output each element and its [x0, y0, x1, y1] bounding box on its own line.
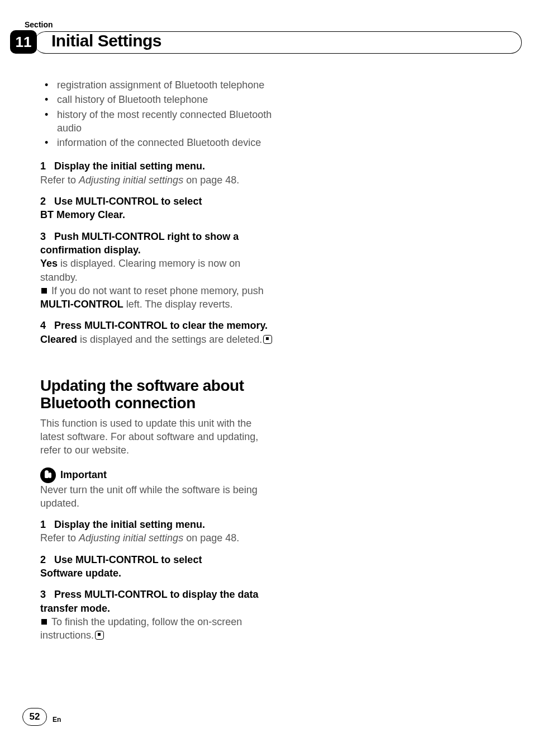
step-number: 1 — [40, 519, 46, 530]
language-code: En — [53, 710, 61, 724]
step-number: 3 — [40, 231, 46, 242]
step-title: Display the initial setting menu. — [54, 519, 205, 530]
main-content: registration assignment of Bluetooth tel… — [40, 78, 275, 642]
step-b1: 1 Display the initial setting menu. Refe… — [40, 518, 275, 545]
step-note: To finish the updating, follow the on-sc… — [40, 615, 275, 642]
list-item: history of the most recently connected B… — [40, 108, 275, 135]
page-footer: 52 En — [22, 708, 61, 726]
chapter-title: Initial Settings — [51, 31, 161, 50]
step-title: Press MULTI-CONTROL to clear the memory. — [54, 320, 268, 331]
section-number-badge: 11 — [10, 30, 37, 54]
list-item: information of the connected Bluetooth d… — [40, 136, 275, 149]
step-a2: 2 Use MULTI-CONTROL to select BT Memory … — [40, 195, 275, 222]
step-number: 1 — [40, 160, 46, 172]
step-note: If you do not want to reset phone memory… — [40, 284, 275, 311]
list-item: call history of Bluetooth telephone — [40, 93, 275, 106]
step-title: Display the initial setting menu. — [54, 160, 205, 172]
section-heading: Updating the software about Bluetooth co… — [40, 377, 275, 412]
bullet-list: registration assignment of Bluetooth tel… — [40, 78, 275, 149]
step-body: Refer to Adjusting initial settings on p… — [40, 531, 275, 545]
end-of-section-icon — [95, 631, 104, 640]
end-of-section-icon — [263, 335, 272, 344]
step-body: Refer to Adjusting initial settings on p… — [40, 173, 275, 187]
step-heading: 1 Display the initial setting menu. — [40, 518, 275, 531]
cleared-label: Cleared — [40, 334, 77, 345]
section-intro: This function is used to update this uni… — [40, 417, 275, 457]
refer-suffix: on page 48. — [183, 174, 239, 186]
step-body: Cleared is displayed and the settings ar… — [40, 333, 275, 346]
step-number: 2 — [40, 196, 46, 207]
step-title: Press MULTI-CONTROL to display the data … — [40, 589, 258, 613]
note-prefix: If you do not want to reset phone memory… — [51, 285, 264, 296]
important-callout: Important — [40, 467, 275, 483]
refer-link: Adjusting initial settings — [79, 174, 183, 186]
refer-prefix: Refer to — [40, 532, 79, 544]
multi-control-label: MULTI-CONTROL — [40, 299, 123, 310]
refer-suffix: on page 48. — [183, 532, 239, 544]
step-heading: 2 Use MULTI-CONTROL to select BT Memory … — [40, 195, 275, 222]
step-a4: 4 Press MULTI-CONTROL to clear the memor… — [40, 319, 275, 346]
chapter-header: 11 Initial Settings — [0, 30, 533, 57]
step-heading: 2 Use MULTI-CONTROL to select Software u… — [40, 553, 275, 580]
section-label: Section — [25, 20, 53, 29]
yes-label: Yes — [40, 258, 58, 269]
step-title: Push MULTI-CONTROL right to show a confi… — [40, 231, 239, 256]
step-b2: 2 Use MULTI-CONTROL to select Software u… — [40, 553, 275, 580]
body-rest: is displayed and the settings are delete… — [77, 334, 262, 345]
step-title-line2: BT Memory Clear. — [40, 209, 125, 220]
list-item: registration assignment of Bluetooth tel… — [40, 78, 275, 92]
step-heading: 4 Press MULTI-CONTROL to clear the memor… — [40, 319, 275, 332]
step-title-line1: Use MULTI-CONTROL to select — [54, 554, 202, 565]
important-label: Important — [60, 468, 107, 481]
refer-link: Adjusting initial settings — [79, 532, 183, 544]
step-b3: 3 Press MULTI-CONTROL to display the dat… — [40, 588, 275, 642]
refer-prefix: Refer to — [40, 174, 79, 186]
step-number: 4 — [40, 320, 46, 331]
note-suffix: left. The display reverts. — [123, 299, 233, 310]
note-text: To finish the updating, follow the on-sc… — [40, 616, 242, 641]
page-number: 52 — [22, 708, 47, 726]
body-rest: is displayed. Clearing memory is now on … — [40, 258, 240, 282]
hand-point-icon — [40, 467, 56, 483]
step-title-line2: Software update. — [40, 568, 121, 579]
step-heading: 1 Display the initial setting menu. — [40, 159, 275, 173]
step-a3: 3 Push MULTI-CONTROL right to show a con… — [40, 230, 275, 311]
black-square-icon — [41, 619, 47, 625]
important-body: Never turn the unit off while the softwa… — [40, 483, 275, 511]
black-square-icon — [41, 288, 47, 294]
step-number: 2 — [40, 554, 46, 565]
step-body: Yes is displayed. Clearing memory is now… — [40, 257, 275, 284]
step-number: 3 — [40, 589, 46, 600]
step-title-line1: Use MULTI-CONTROL to select — [54, 196, 202, 207]
step-a1: 1 Display the initial setting menu. Refe… — [40, 159, 275, 187]
step-heading: 3 Press MULTI-CONTROL to display the dat… — [40, 588, 275, 615]
step-heading: 3 Push MULTI-CONTROL right to show a con… — [40, 230, 275, 257]
